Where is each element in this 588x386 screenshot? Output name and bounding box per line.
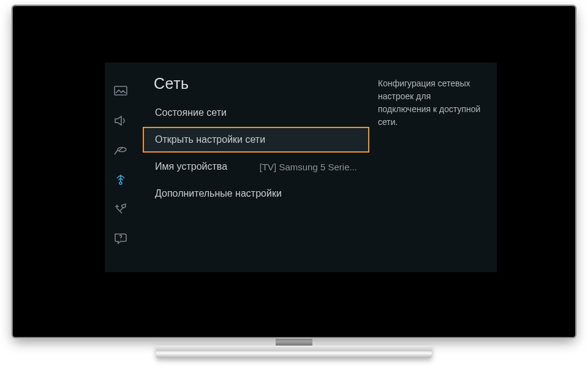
tv-neck	[276, 337, 312, 346]
system-icon[interactable]	[113, 202, 129, 216]
settings-panel: Сеть Состояние сети Открыть настройки се…	[105, 62, 497, 272]
broadcast-icon[interactable]	[113, 143, 129, 157]
tv-screen: Сеть Состояние сети Открыть настройки се…	[21, 15, 567, 328]
sound-icon[interactable]	[113, 114, 129, 127]
settings-sidebar	[105, 62, 137, 272]
panel-title: Сеть	[143, 75, 369, 99]
menu-item-label: Состояние сети	[155, 107, 227, 118]
menu-item-device-name[interactable]: Имя устройства [TV] Samsung 5 Serie...	[143, 154, 369, 180]
settings-main: Сеть Состояние сети Открыть настройки се…	[137, 62, 369, 272]
menu-item-label: Имя устройства	[155, 161, 227, 172]
menu-item-value: [TV] Samsung 5 Serie...	[260, 162, 357, 172]
svg-rect-0	[115, 86, 127, 95]
tv-stand	[156, 346, 432, 358]
network-icon[interactable]	[113, 173, 129, 186]
info-text: Конфигурация сетевых настроек для подклю…	[378, 77, 486, 129]
menu-item-network-status[interactable]: Состояние сети	[143, 100, 369, 126]
svg-point-2	[119, 182, 122, 184]
menu-item-label: Дополнительные настройки	[155, 188, 282, 199]
menu-item-label: Открыть настройки сети	[155, 134, 265, 145]
menu-item-open-network-settings[interactable]: Открыть настройки сети	[143, 127, 369, 153]
support-icon[interactable]	[113, 232, 129, 245]
info-panel: Конфигурация сетевых настроек для подклю…	[369, 62, 497, 272]
tv-mockup: Сеть Состояние сети Открыть настройки се…	[13, 6, 575, 358]
menu-item-advanced-settings[interactable]: Дополнительные настройки	[143, 181, 369, 206]
picture-icon[interactable]	[113, 85, 129, 98]
tv-bezel: Сеть Состояние сети Открыть настройки се…	[13, 6, 575, 337]
